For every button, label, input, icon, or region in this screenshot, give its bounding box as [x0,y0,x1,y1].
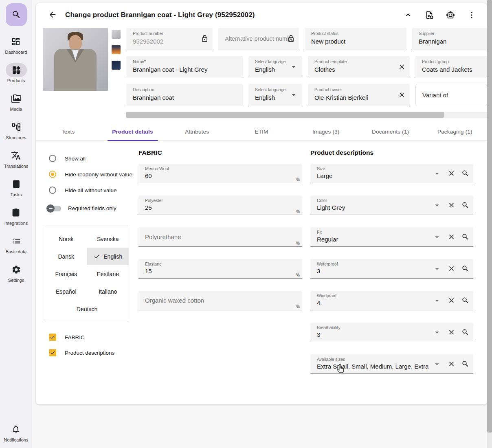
tab-images[interactable]: Images (3) [294,123,358,141]
chevron-down-icon[interactable] [433,169,441,178]
add-note-button[interactable] [424,10,434,20]
collapse-button[interactable] [403,10,413,20]
clear-icon[interactable] [448,201,455,209]
field-label: Product status [311,31,401,36]
search-icon[interactable] [461,169,469,177]
back-button[interactable] [48,10,58,20]
sidebar-item-media[interactable]: Media [6,92,27,112]
sidebar-item-dashboard[interactable]: Dashboard [5,35,27,55]
more-menu-button[interactable] [467,10,477,20]
fabric-field-organic-waxed-cotton[interactable]: Organic waxed cotton % [138,291,302,310]
language-option-svenska[interactable]: Svenska [87,230,129,248]
search-icon[interactable] [461,233,469,241]
language-option-eestlane[interactable]: Eestlane [87,265,129,283]
horizontal-scrollbar[interactable] [126,112,487,118]
supplier-field[interactable]: Supplier Brannigan [412,28,487,50]
clear-icon[interactable] [448,169,455,177]
search-icon[interactable] [461,328,469,336]
description-field-windproof[interactable]: Windproof 4 [310,291,473,310]
field-label: Description [133,87,237,92]
radio-hide-readonly-without-value[interactable]: Hide readonly without value [45,171,134,178]
language-option-dansk[interactable]: Dansk [45,248,87,265]
sidebar-item-tasks[interactable]: Tasks [6,177,27,197]
description-language-select[interactable]: Select language English [248,84,302,106]
sidebar-item-basic-data[interactable]: Basic data [6,234,27,254]
vertical-scrollbar[interactable] [487,0,492,448]
clear-icon[interactable] [448,328,455,336]
search-button[interactable] [6,3,27,26]
photo-thumbnail-1[interactable] [112,30,121,39]
tab-texts[interactable]: Texts [36,123,100,141]
chevron-down-icon[interactable] [433,233,441,242]
search-icon[interactable] [461,201,469,209]
alt-product-number-field[interactable]: Alternative product number [218,28,299,50]
clear-icon[interactable] [448,360,455,368]
chevron-down-icon [289,90,298,99]
description-field-fit[interactable]: Fit Regular [310,227,473,247]
language-option-italiano[interactable]: Italiano [87,283,129,300]
chevron-down-icon[interactable] [433,264,441,273]
tab-label: Packaging (1) [437,129,472,135]
field-label: Supplier [419,31,481,36]
search-icon[interactable] [461,296,469,304]
sidebar-item-settings[interactable]: Settings [6,263,27,283]
name-language-select[interactable]: Select language English [248,56,302,78]
section-checkbox-fabric[interactable]: FABRIC [45,334,134,341]
clear-icon[interactable] [398,91,406,99]
radio-hide-all-without-value[interactable]: Hide all without value [45,187,134,194]
clear-icon[interactable] [448,296,455,304]
product-edit-card: Change product Brannigan coat - Light Gr… [36,3,487,404]
product-owner-field[interactable]: Product owner Ole-Kristian Bjerkeli [308,84,410,106]
description-field-color[interactable]: Color Light Grey [310,195,473,215]
tab-etim[interactable]: ETIM [229,123,294,141]
language-option-deutsch[interactable]: Deutsch [45,300,129,318]
clear-icon[interactable] [398,63,406,71]
language-label: Español [56,288,77,295]
tab-documents[interactable]: Documents (1) [358,123,422,141]
language-option-francais[interactable]: Français [45,265,87,283]
language-option-english[interactable]: English [87,248,129,265]
description-field-available-sizes[interactable]: Available sizes Extra Small, Small, Medi… [310,354,473,374]
chevron-down-icon[interactable] [433,296,441,305]
description-field-breathability[interactable]: Breathability 3 [310,323,473,342]
sidebar-item-notifications[interactable]: Notifications [4,422,29,442]
sidebar-item-products[interactable]: Products [6,63,27,83]
fabric-field-polyester[interactable]: Polyester 25 % [138,195,302,215]
photo-thumbnail-3[interactable] [112,61,121,70]
product-photo[interactable] [43,28,108,91]
clear-icon[interactable] [448,233,455,241]
fabric-field-merino-wool[interactable]: Merino Wool 60 % [138,164,302,183]
product-group-field[interactable]: Product group Coats and Jackets [415,56,487,78]
fabric-field-polyurethane[interactable]: Polyurethane % [138,227,302,247]
product-template-field[interactable]: Product template Clothes [308,56,410,78]
language-option-norsk[interactable]: Norsk [45,230,87,248]
chevron-down-icon[interactable] [433,328,441,337]
chevron-down-icon[interactable] [433,201,441,210]
tab-packaging[interactable]: Packaging (1) [423,123,487,141]
assistant-button[interactable] [446,10,455,20]
required-fields-toggle[interactable]: Required fields only [45,205,134,211]
chevron-down-icon[interactable] [433,360,441,369]
description-field-waterproof[interactable]: Waterproof 3 [310,259,473,279]
clear-icon[interactable] [448,265,455,272]
search-icon[interactable] [461,265,469,272]
section-checkbox-product-descriptions[interactable]: Product descriptions [45,349,134,356]
sidebar-item-integrations[interactable]: Integrations [4,206,28,226]
sidebar-item-translations[interactable]: Translations [4,149,29,169]
radio-show-all[interactable]: Show all [45,155,134,162]
tab-attributes[interactable]: Attributes [165,123,229,141]
photo-thumbnail-2[interactable] [112,45,121,54]
horizontal-scrollbar-thumb[interactable] [126,112,444,118]
product-status-field[interactable]: Product status New product [305,28,406,50]
fabric-field-elastane[interactable]: Elastane 15 % [138,259,302,279]
name-field[interactable]: Name* Brannigan coat - Light Grey [126,56,243,78]
product-number-field[interactable]: Product number 952952002 [126,28,213,50]
search-icon[interactable] [461,360,469,368]
sidebar-item-structures[interactable]: Structures [6,120,27,140]
variant-of-field[interactable]: Variant of [415,84,487,106]
tab-product-details[interactable]: Product details [100,123,165,141]
description-field-size[interactable]: Size Large [310,164,473,183]
vertical-scrollbar-thumb[interactable] [487,0,492,433]
language-option-espanol[interactable]: Español [45,283,87,300]
description-field[interactable]: Description Brannigan coat [126,84,243,106]
